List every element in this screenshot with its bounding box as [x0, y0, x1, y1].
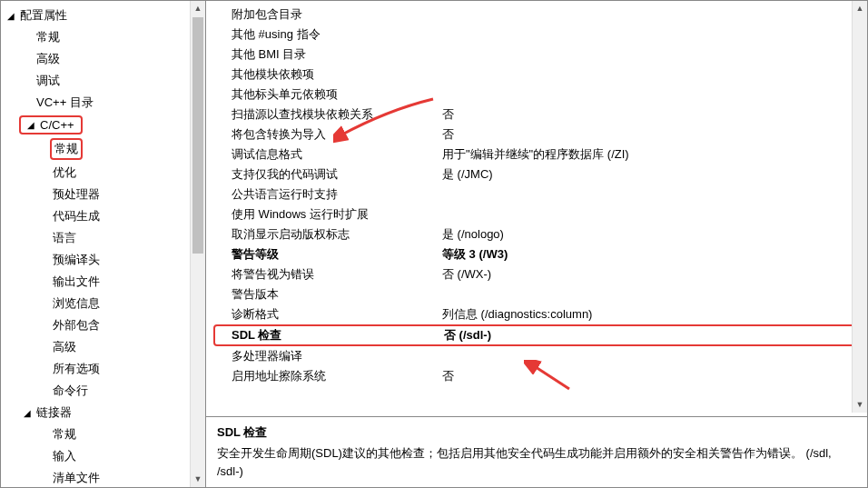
property-name: 支持仅我的代码调试	[215, 166, 442, 183]
tree-item[interactable]: 优化	[1, 162, 205, 184]
property-row[interactable]: 启用地址擦除系统否	[215, 366, 858, 386]
property-name: 使用 Windows 运行时扩展	[215, 206, 442, 223]
tree-sidebar: ◢配置属性常规高级调试VC++ 目录◢C/C++常规优化预处理器代码生成语言预编…	[1, 1, 206, 487]
property-value[interactable]: 等级 3 (/W3)	[442, 246, 858, 263]
collapse-icon[interactable]: ◢	[5, 11, 17, 21]
property-value[interactable]: 否	[442, 368, 858, 384]
tree-root[interactable]: ◢配置属性	[1, 5, 205, 26]
property-name: 调试信息格式	[215, 146, 442, 163]
property-name: 启用地址擦除系统	[215, 368, 442, 384]
property-value[interactable]	[442, 348, 858, 364]
property-value[interactable]: 是 (/JMC)	[442, 166, 858, 183]
property-row[interactable]: 将警告视为错误否 (/WX-)	[215, 264, 858, 284]
property-name: 将包含转换为导入	[215, 126, 442, 143]
scrollbar-thumb[interactable]	[192, 17, 203, 254]
property-value[interactable]: 列信息 (/diagnostics:column)	[442, 306, 858, 323]
property-row[interactable]: 支持仅我的代码调试是 (/JMC)	[215, 164, 858, 184]
tree-item-label: 命令行	[50, 382, 91, 400]
scroll-down-icon[interactable]: ▼	[853, 397, 867, 413]
tree-item-label: 外部包含	[50, 316, 103, 334]
property-value[interactable]	[442, 206, 858, 223]
tree-item-label: 代码生成	[50, 207, 103, 225]
property-value[interactable]: 用于"编辑并继续"的程序数据库 (/ZI)	[442, 146, 858, 163]
tree-item[interactable]: ◢C/C++	[1, 114, 205, 136]
scroll-up-icon[interactable]: ▲	[853, 1, 867, 16]
tree-item[interactable]: 常规	[1, 136, 205, 162]
tree-item[interactable]: 清单文件	[1, 467, 205, 487]
tree-item[interactable]: 浏览信息	[1, 293, 205, 314]
tree-item-label: 输入	[50, 447, 79, 465]
property-value[interactable]	[442, 86, 858, 103]
property-row[interactable]: 警告版本	[215, 284, 858, 304]
tree-item[interactable]: 命令行	[1, 380, 205, 402]
property-row[interactable]: 使用 Windows 运行时扩展	[215, 204, 858, 224]
tree-item[interactable]: 语言	[1, 227, 205, 249]
tree-item-label: 高级	[50, 338, 79, 356]
property-row[interactable]: SDL 检查否 (/sdl-)	[213, 324, 858, 346]
property-row[interactable]: 诊断格式列信息 (/diagnostics:column)	[215, 304, 858, 324]
tree-item[interactable]: 外部包含	[1, 314, 205, 336]
description-body: 安全开发生命周期(SDL)建议的其他检查；包括启用其他安全代码生成功能并启用额外…	[217, 444, 856, 480]
property-value[interactable]: 否	[442, 126, 858, 143]
property-row[interactable]: 公共语言运行时支持	[215, 184, 858, 204]
property-value[interactable]: 否	[442, 106, 858, 123]
property-value[interactable]: 否 (/WX-)	[442, 266, 858, 283]
tree-item[interactable]: 预编译头	[1, 249, 205, 271]
tree-item[interactable]: 输出文件	[1, 271, 205, 293]
property-row[interactable]: 调试信息格式用于"编辑并继续"的程序数据库 (/ZI)	[215, 144, 858, 164]
property-value[interactable]	[442, 186, 858, 203]
tree-item-label: VC++ 目录	[34, 94, 96, 112]
property-pages-dialog: ◢配置属性常规高级调试VC++ 目录◢C/C++常规优化预处理器代码生成语言预编…	[0, 0, 868, 488]
tree-item[interactable]: 输入	[1, 445, 205, 467]
tree-item-label: 常规	[50, 425, 79, 443]
scroll-down-icon[interactable]: ▼	[191, 472, 205, 487]
collapse-icon[interactable]: ◢	[25, 120, 37, 130]
property-row[interactable]: 其他模块依赖项	[215, 65, 858, 85]
tree-item-label: C/C++	[37, 117, 77, 133]
tree-item-label: 常规	[34, 28, 63, 46]
tree-item[interactable]: 常规	[1, 423, 205, 445]
tree-item-label: 浏览信息	[50, 294, 103, 313]
property-name: 警告等级	[215, 246, 442, 263]
tree-item[interactable]: 调试	[1, 70, 205, 92]
property-name: 警告版本	[215, 286, 442, 303]
config-tree[interactable]: ◢配置属性常规高级调试VC++ 目录◢C/C++常规优化预处理器代码生成语言预编…	[1, 1, 205, 487]
tree-item[interactable]: 高级	[1, 48, 205, 70]
tree-item[interactable]: VC++ 目录	[1, 92, 205, 114]
property-value[interactable]	[442, 6, 858, 23]
property-row[interactable]: 将包含转换为导入否	[215, 124, 858, 144]
property-value[interactable]: 否 (/sdl-)	[444, 327, 856, 344]
property-row[interactable]: 附加包含目录	[215, 5, 858, 25]
property-value[interactable]	[442, 286, 858, 303]
collapse-icon[interactable]: ◢	[21, 408, 34, 418]
property-row[interactable]: 多处理器编译	[215, 346, 858, 366]
property-row[interactable]: 其他标头单元依赖项	[215, 85, 858, 105]
property-name: 将警告视为错误	[215, 266, 442, 283]
description-panel: SDL 检查 安全开发生命周期(SDL)建议的其他检查；包括启用其他安全代码生成…	[206, 416, 867, 487]
property-row[interactable]: 其他 #using 指令	[215, 25, 858, 45]
sidebar-scrollbar[interactable]: ▲ ▼	[190, 1, 205, 487]
tree-item[interactable]: 代码生成	[1, 205, 205, 227]
main-scrollbar[interactable]: ▲ ▼	[852, 1, 867, 413]
tree-item[interactable]: 预处理器	[1, 184, 205, 205]
property-row[interactable]: 扫描源以查找模块依赖关系否	[215, 105, 858, 124]
tree-item[interactable]: 所有选项	[1, 358, 205, 380]
property-grid[interactable]: 附加包含目录其他 #using 指令其他 BMI 目录其他模块依赖项其他标头单元…	[206, 1, 867, 416]
property-value[interactable]	[442, 66, 858, 83]
property-value[interactable]	[442, 46, 858, 63]
property-row[interactable]: 取消显示启动版权标志是 (/nologo)	[215, 224, 858, 244]
description-title: SDL 检查	[217, 424, 856, 441]
property-name: 扫描源以查找模块依赖关系	[215, 106, 442, 123]
property-value[interactable]: 是 (/nologo)	[442, 226, 858, 243]
tree-item[interactable]: 高级	[1, 336, 205, 358]
property-value[interactable]	[442, 26, 858, 43]
tree-item-label: 优化	[50, 164, 79, 182]
tree-item[interactable]: ◢链接器	[1, 402, 205, 423]
property-name: 其他 BMI 目录	[215, 46, 442, 63]
tree-item-label: 配置属性	[17, 6, 70, 25]
scroll-up-icon[interactable]: ▲	[191, 1, 205, 16]
tree-item[interactable]: 常规	[1, 26, 205, 48]
property-name: SDL 检查	[215, 327, 444, 344]
property-row[interactable]: 其他 BMI 目录	[215, 45, 858, 65]
property-row[interactable]: 警告等级等级 3 (/W3)	[215, 244, 858, 264]
